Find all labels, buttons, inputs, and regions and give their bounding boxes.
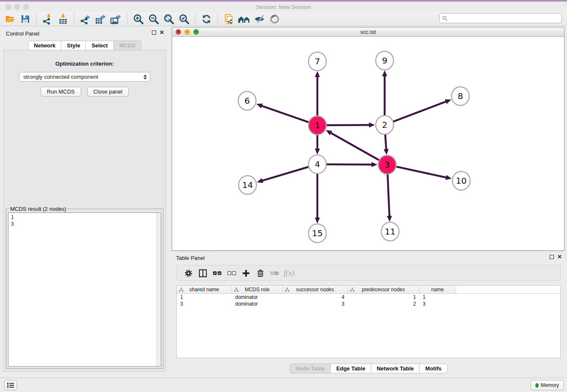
clone-network-icon[interactable] [223,13,235,25]
refresh-glyph [201,14,212,25]
graph-edge-4-3[interactable] [327,164,372,165]
split-pane-icon [199,269,207,277]
open-session-icon[interactable] [4,13,17,25]
dropdown-stepper-icon [143,74,148,80]
graph-edge-3-10[interactable] [396,167,446,178]
zoom-in-glyph [133,14,144,25]
clone-network-glyph [223,14,234,25]
split-pane-button[interactable] [195,267,210,279]
refresh-view-icon[interactable] [200,13,213,25]
tab-network[interactable]: Network [28,41,61,50]
table-toolbar: f(x) [176,265,561,281]
export-image-icon[interactable] [110,13,122,25]
table-row[interactable]: 3dominator323 [177,301,560,307]
column-header-shared-name[interactable]: shared name [177,286,232,293]
table-cell[interactable]: 2 [348,301,419,307]
show-all-icon[interactable] [268,13,281,25]
graph-node-label: 15 [312,228,322,238]
close-table-panel-icon[interactable]: ✕ [557,255,562,259]
graph-edge-3-11[interactable] [388,174,389,217]
search-field[interactable] [439,13,562,23]
table-cell[interactable]: 1 [177,294,232,301]
close-panel-icon[interactable]: ✕ [160,30,164,35]
table-tabs: Node Table Edge Table Network Table Moti… [290,364,448,373]
graph-edge-1-2[interactable] [327,125,370,125]
graph-node-label: 10 [456,176,466,186]
table-cell[interactable]: 1 [419,294,456,301]
graph-node-label: 4 [315,159,320,169]
result-scrollbar[interactable] [156,213,161,366]
tab-node-table[interactable]: Node Table [290,364,331,373]
table-cell[interactable]: 4 [283,294,348,301]
task-history-button[interactable] [4,380,17,390]
graph-edge-2-8[interactable] [394,101,447,121]
table-cell[interactable]: 1 [348,294,419,301]
table-cell[interactable]: dominator [232,301,283,307]
run-mcds-button[interactable]: Run MCDS [41,87,81,97]
mcds-result-textarea[interactable]: 13 [8,213,161,367]
graph-node-label: 3 [385,160,390,170]
network-canvas[interactable]: 7968124314101511 [172,37,564,250]
delete-column-button[interactable] [253,267,267,279]
column-header-name[interactable]: name [419,286,456,293]
edge-arrowhead [382,70,387,76]
add-column-button[interactable] [239,267,253,279]
float-panel-icon[interactable] [152,30,156,35]
edge-arrowhead [446,175,452,180]
column-header-MCDS-role[interactable]: MCDS role [232,286,283,293]
network-window-titlebar[interactable]: scc.txt ✕ − + [172,28,564,37]
graph-edge-2-3[interactable] [385,134,386,150]
toolbar-separator [74,13,74,25]
memory-button[interactable]: Memory [531,380,564,390]
export-table-icon[interactable] [94,13,107,25]
search-input[interactable] [448,15,561,21]
network-view-window: scc.txt ✕ − + 7968124314101511 [172,27,564,251]
network-minimize-icon[interactable]: − [184,29,190,35]
column-header-predecessor-nodes[interactable]: predecessor nodes [348,286,419,293]
save-session-icon[interactable] [19,13,32,25]
tab-mcds[interactable]: MCDS [113,41,141,50]
column-header-successor-nodes[interactable]: successor nodes [283,286,348,293]
deselect-all-button[interactable] [224,267,239,279]
select-all-button[interactable] [210,267,224,279]
column-type-icon [285,287,289,292]
close-panel-button[interactable]: Close panel [87,87,129,97]
eye-slash-glyph [253,14,265,25]
import-table-icon[interactable] [57,13,69,25]
mcds-panel: Optimization criterion: strongly connect… [3,50,166,372]
graph-node-label: 8 [458,91,463,101]
graph-edge-1-6[interactable] [261,106,308,122]
table-cell[interactable]: 3 [177,301,232,307]
zoom-fit-icon[interactable] [162,13,175,25]
toolbar-separator [36,13,37,25]
table-cell[interactable]: 3 [283,301,348,307]
criterion-dropdown[interactable]: strongly connected component [19,72,150,82]
graph-node-label: 9 [382,55,388,66]
tab-style[interactable]: Style [61,41,86,50]
table-cell[interactable]: 3 [419,301,456,307]
column-settings-button[interactable] [181,267,195,279]
float-table-panel-icon[interactable] [550,255,554,259]
hide-selected-icon[interactable] [253,13,266,25]
memory-label: Memory [541,382,559,388]
home-icon[interactable] [238,13,250,25]
delete-table-button[interactable] [267,267,282,279]
export-network-icon[interactable] [79,13,92,25]
network-close-icon[interactable]: ✕ [176,29,181,35]
edge-arrowhead [315,218,320,224]
network-maximize-icon[interactable]: + [193,29,199,35]
tab-motifs[interactable]: Motifs [419,364,447,373]
table-row[interactable]: 1dominator411 [177,294,560,301]
function-builder-button[interactable]: f(x) [282,267,296,279]
result-line: 3 [11,221,158,227]
import-network-icon[interactable] [41,13,54,25]
zoom-out-icon[interactable] [147,13,160,25]
table-cell[interactable]: dominator [232,294,283,301]
tab-edge-table[interactable]: Edge Table [330,364,371,373]
zoom-selected-icon[interactable] [178,13,190,25]
tab-select[interactable]: Select [85,41,113,50]
graph-edge-4-14[interactable] [262,167,308,181]
graph-edge-3-1[interactable] [330,133,379,160]
tab-network-table[interactable]: Network Table [371,364,420,373]
zoom-in-icon[interactable] [132,13,145,25]
